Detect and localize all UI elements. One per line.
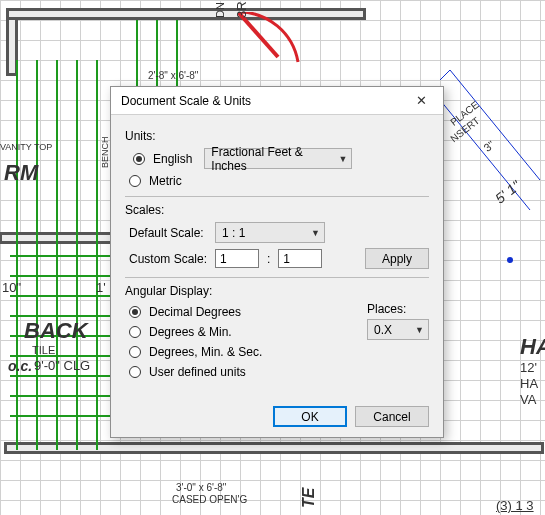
ok-button[interactable]: OK: [273, 406, 347, 427]
default-scale-label: Default Scale:: [129, 226, 209, 240]
label-313: (3) 1 3: [496, 498, 534, 513]
label-bench: BENCH: [100, 136, 110, 168]
radio-icon: [129, 366, 141, 378]
chevron-down-icon: ▼: [415, 325, 424, 335]
angular-user-radio[interactable]: User defined units: [129, 365, 349, 379]
angular-degmin-radio[interactable]: Degrees & Min.: [129, 325, 349, 339]
radio-label: Decimal Degrees: [149, 305, 241, 319]
wall-segment: [4, 442, 544, 454]
places-label: Places:: [367, 302, 429, 316]
radio-label: Degrees, Min. & Sec.: [149, 345, 262, 359]
radio-icon: [129, 306, 141, 318]
angular-decimal-radio[interactable]: Decimal Degrees: [129, 305, 349, 319]
cancel-button[interactable]: Cancel: [355, 406, 429, 427]
radio-label: English: [153, 152, 192, 166]
blue-dim-region: [440, 60, 545, 300]
label-oc: o.c.: [8, 358, 32, 374]
close-button[interactable]: ✕: [403, 90, 439, 112]
label-va: VA: [520, 392, 536, 407]
chevron-down-icon: ▼: [311, 228, 320, 238]
dim-casedopen: 3'-0" x 6'-8": [176, 482, 226, 493]
custom-scale-b-input[interactable]: 1: [278, 249, 322, 268]
units-metric-radio[interactable]: Metric: [129, 174, 429, 188]
label-rm: RM: [4, 160, 38, 186]
units-section-label: Units:: [125, 129, 429, 143]
scales-section-label: Scales:: [125, 203, 429, 217]
label-tile: TILE: [32, 344, 55, 356]
radio-label: Degrees & Min.: [149, 325, 232, 339]
custom-scale-a-input[interactable]: 1: [215, 249, 259, 268]
angular-section-label: Angular Display:: [125, 284, 429, 298]
label-dn: DN: [214, 2, 226, 18]
units-english-radio[interactable]: English: [133, 152, 192, 166]
button-label: OK: [301, 410, 318, 424]
document-scale-units-dialog: Document Scale & Units ✕ Units: English …: [110, 86, 444, 438]
door-arc: [238, 12, 308, 82]
dialog-footer: OK Cancel: [111, 406, 443, 437]
dim-1ft: 1': [96, 280, 106, 295]
button-label: Cancel: [373, 410, 410, 424]
dropdown-value: Fractional Feet & Inches: [211, 145, 332, 173]
svg-line-4: [238, 12, 278, 57]
wall-segment: [6, 8, 366, 20]
dim-casedopen2: CASED OPEN'G: [172, 494, 247, 505]
radio-icon: [129, 175, 141, 187]
label-vanity: VANITY TOP: [0, 142, 52, 152]
radio-label: User defined units: [149, 365, 246, 379]
dim-10: 10": [2, 280, 21, 295]
angular-degminsec-radio[interactable]: Degrees, Min. & Sec.: [129, 345, 349, 359]
close-icon: ✕: [416, 93, 427, 108]
custom-scale-label: Custom Scale:: [129, 252, 209, 266]
default-scale-dropdown[interactable]: 1 : 1 ▼: [215, 222, 325, 243]
radio-label: Metric: [149, 174, 182, 188]
label-ha2: HA: [520, 376, 538, 391]
radio-icon: [133, 153, 145, 165]
dialog-title: Document Scale & Units: [121, 94, 403, 108]
places-dropdown[interactable]: 0.X ▼: [367, 319, 429, 340]
dialog-titlebar[interactable]: Document Scale & Units ✕: [111, 87, 443, 115]
dropdown-value: 1 : 1: [222, 226, 245, 240]
label-ha: HA: [520, 334, 545, 360]
label-te: TE: [300, 488, 318, 508]
label-12: 12': [520, 360, 537, 375]
label-back: BACK: [24, 318, 88, 344]
label-clg: 9'-0" CLG: [34, 358, 90, 373]
separator: [125, 277, 429, 278]
label-3r: 3R: [234, 1, 249, 18]
blue-dim-svg: [440, 60, 545, 300]
dim-268: 2'-8" x 6'-8": [148, 70, 198, 81]
svg-point-3: [507, 257, 513, 263]
dialog-body: Units: English Fractional Feet & Inches …: [111, 115, 443, 406]
dropdown-value: 0.X: [374, 323, 392, 337]
radio-icon: [129, 346, 141, 358]
separator: [125, 196, 429, 197]
radio-icon: [129, 326, 141, 338]
units-format-dropdown[interactable]: Fractional Feet & Inches ▼: [204, 148, 352, 169]
apply-button[interactable]: Apply: [365, 248, 429, 269]
ratio-colon: :: [265, 252, 272, 266]
chevron-down-icon: ▼: [338, 154, 347, 164]
button-label: Apply: [382, 252, 412, 266]
